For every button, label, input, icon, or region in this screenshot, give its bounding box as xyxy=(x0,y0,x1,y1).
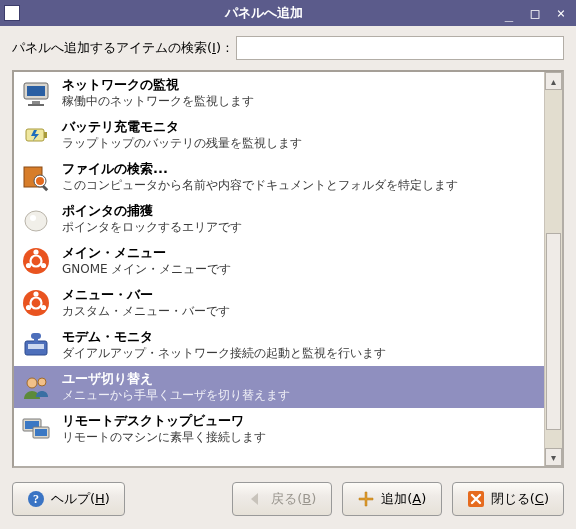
svg-rect-31 xyxy=(35,429,47,436)
dialog-window: パネルへ追加 _ □ × パネルへ追加するアイテムの検索(I) : ネットワーク… xyxy=(0,0,576,528)
svg-point-19 xyxy=(33,291,38,296)
close-window-button[interactable]: × xyxy=(552,4,570,22)
list-item[interactable]: メニュー・バーカスタム・メニュー・バーです xyxy=(14,282,544,324)
svg-rect-5 xyxy=(44,132,47,138)
list-item-desc: メニューから手早くユーザを切り替えます xyxy=(62,388,536,403)
user-switch-icon xyxy=(20,371,52,403)
svg-rect-23 xyxy=(28,344,44,349)
list-item-text: リモートデスクトップビューワリモートのマシンに素早く接続します xyxy=(62,413,536,444)
list-item-title: ユーザ切り替え xyxy=(62,371,536,387)
add-icon xyxy=(357,490,375,508)
search-row: パネルへ追加するアイテムの検索(I) : xyxy=(12,36,564,60)
add-button[interactable]: 追加(A) xyxy=(342,482,442,516)
applet-list-wrap: ネットワークの監視稼働中のネットワークを監視しますバッテリ充電モニタラップトップ… xyxy=(12,70,564,468)
list-item-title: リモートデスクトップビューワ xyxy=(62,413,536,429)
list-item[interactable]: モデム・モニタダイアルアップ・ネットワーク接続の起動と監視を行います xyxy=(14,324,544,366)
list-item-title: ポインタの捕獲 xyxy=(62,203,536,219)
help-icon: ? xyxy=(27,490,45,508)
help-button[interactable]: ? ヘルプ(H) xyxy=(12,482,125,516)
list-item-text: メイン・メニューGNOME メイン・メニューです xyxy=(62,245,536,276)
svg-point-11 xyxy=(30,215,36,221)
list-item[interactable]: ポインタの捕獲ポインタをロックするエリアです xyxy=(14,198,544,240)
list-item-desc: GNOME メイン・メニューです xyxy=(62,262,536,277)
list-item-desc: ポインタをロックするエリアです xyxy=(62,220,536,235)
applet-list[interactable]: ネットワークの監視稼働中のネットワークを監視しますバッテリ充電モニタラップトップ… xyxy=(14,72,544,466)
battery-icon xyxy=(20,119,52,151)
list-item-title: メニュー・バー xyxy=(62,287,536,303)
list-item-title: ネットワークの監視 xyxy=(62,77,536,93)
network-monitor-icon xyxy=(20,77,52,109)
app-icon xyxy=(4,5,20,21)
ubuntu-logo-icon xyxy=(20,287,52,319)
list-item-desc: リモートのマシンに素早く接続します xyxy=(62,430,536,445)
ubuntu-logo-icon xyxy=(20,245,52,277)
minimize-button[interactable]: _ xyxy=(500,4,518,22)
add-label: 追加(A) xyxy=(381,490,426,508)
file-search-icon xyxy=(20,161,52,193)
svg-point-15 xyxy=(26,263,31,268)
scrollbar[interactable]: ▴ ▾ xyxy=(544,72,562,466)
svg-point-20 xyxy=(26,305,31,310)
list-item[interactable]: リモートデスクトップビューワリモートのマシンに素早く接続します xyxy=(14,408,544,450)
modem-icon xyxy=(20,329,52,361)
search-input[interactable] xyxy=(236,36,564,60)
close-button[interactable]: 閉じる(C) xyxy=(452,482,564,516)
dialog-body: パネルへ追加するアイテムの検索(I) : ネットワークの監視稼働中のネットワーク… xyxy=(0,26,576,528)
list-item-desc: カスタム・メニュー・バーです xyxy=(62,304,536,319)
close-label: 閉じる(C) xyxy=(491,490,549,508)
pointer-capture-icon xyxy=(20,203,52,235)
list-item-desc: このコンピュータから名前や内容でドキュメントとフォルダを特定します xyxy=(62,178,536,193)
titlebar: パネルへ追加 _ □ × xyxy=(0,0,576,26)
list-item-desc: ダイアルアップ・ネットワーク接続の起動と監視を行います xyxy=(62,346,536,361)
svg-rect-25 xyxy=(34,338,38,342)
scroll-down-button[interactable]: ▾ xyxy=(545,448,562,466)
window-title: パネルへ追加 xyxy=(28,4,500,22)
list-item[interactable]: ファイルの検索...このコンピュータから名前や内容でドキュメントとフォルダを特定… xyxy=(14,156,544,198)
close-icon xyxy=(467,490,485,508)
back-label: 戻る(B) xyxy=(271,490,316,508)
svg-rect-2 xyxy=(32,101,40,104)
svg-point-10 xyxy=(25,211,47,231)
list-item-text: バッテリ充電モニタラップトップのバッテリの残量を監視します xyxy=(62,119,536,150)
back-icon xyxy=(247,490,265,508)
list-item-title: メイン・メニュー xyxy=(62,245,536,261)
help-label: ヘルプ(H) xyxy=(51,490,110,508)
svg-rect-3 xyxy=(28,104,44,106)
list-item[interactable]: ユーザ切り替えメニューから手早くユーザを切り替えます xyxy=(14,366,544,408)
list-item-title: ファイルの検索... xyxy=(62,161,536,177)
scroll-track[interactable] xyxy=(545,90,562,448)
list-item-text: ユーザ切り替えメニューから手早くユーザを切り替えます xyxy=(62,371,536,402)
back-button: 戻る(B) xyxy=(232,482,332,516)
svg-point-16 xyxy=(41,263,46,268)
remote-desktop-icon xyxy=(20,413,52,445)
list-item-title: バッテリ充電モニタ xyxy=(62,119,536,135)
button-row: ? ヘルプ(H) 戻る(B) 追加(A) xyxy=(12,482,564,516)
list-item-desc: ラップトップのバッテリの残量を監視します xyxy=(62,136,536,151)
scroll-thumb[interactable] xyxy=(546,233,561,430)
list-item-text: メニュー・バーカスタム・メニュー・バーです xyxy=(62,287,536,318)
svg-point-8 xyxy=(36,177,44,185)
maximize-button[interactable]: □ xyxy=(526,4,544,22)
search-label: パネルへ追加するアイテムの検索(I) : xyxy=(12,39,230,57)
svg-point-27 xyxy=(38,378,46,386)
list-item-text: モデム・モニタダイアルアップ・ネットワーク接続の起動と監視を行います xyxy=(62,329,536,360)
svg-text:?: ? xyxy=(33,492,39,506)
svg-point-21 xyxy=(41,305,46,310)
list-item-title: モデム・モニタ xyxy=(62,329,536,345)
list-item[interactable]: ネットワークの監視稼働中のネットワークを監視します xyxy=(14,72,544,114)
list-item[interactable]: メイン・メニューGNOME メイン・メニューです xyxy=(14,240,544,282)
svg-point-26 xyxy=(27,378,37,388)
svg-rect-1 xyxy=(27,86,45,96)
list-item-text: ファイルの検索...このコンピュータから名前や内容でドキュメントとフォルダを特定… xyxy=(62,161,536,192)
list-item-text: ネットワークの監視稼働中のネットワークを監視します xyxy=(62,77,536,108)
list-item-text: ポインタの捕獲ポインタをロックするエリアです xyxy=(62,203,536,234)
svg-point-14 xyxy=(33,249,38,254)
list-item-desc: 稼働中のネットワークを監視します xyxy=(62,94,536,109)
scroll-up-button[interactable]: ▴ xyxy=(545,72,562,90)
list-item[interactable]: バッテリ充電モニタラップトップのバッテリの残量を監視します xyxy=(14,114,544,156)
